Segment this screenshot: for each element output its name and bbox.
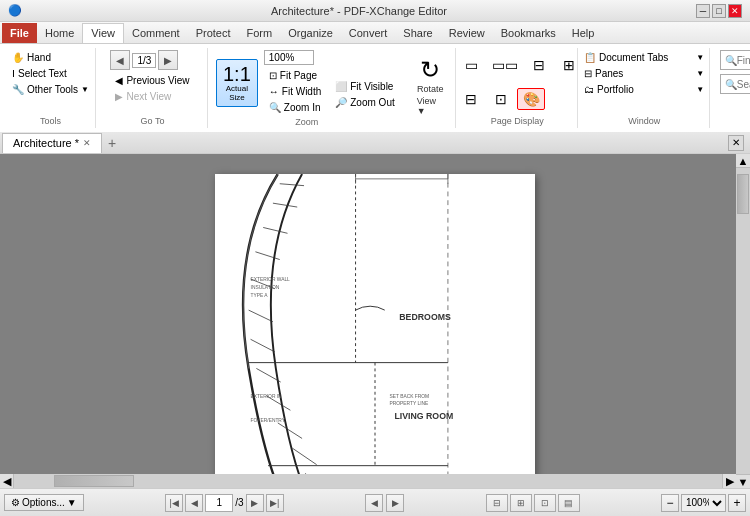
menu-form[interactable]: Form (239, 23, 281, 43)
next-view-button[interactable]: ▶ Next View (110, 89, 176, 104)
vertical-scrollbar[interactable]: ▲ ▼ (736, 154, 750, 488)
thumb-view-button[interactable]: ⊡ (534, 494, 556, 512)
svg-text:SET BACK FROM: SET BACK FROM (390, 394, 430, 399)
h-scroll-thumb[interactable] (54, 475, 134, 487)
menu-share[interactable]: Share (395, 23, 440, 43)
zoom-select[interactable]: 100% 75% 150% (681, 494, 726, 512)
next-page-ribbon-button[interactable]: ▶ (158, 50, 178, 70)
pdf-page: BEDROOMS LIVING ROOM BASEMENT EXTERIOR W… (215, 174, 535, 488)
zoom-group-label: Zoom (295, 117, 318, 127)
tab-architecture[interactable]: Architecture * ✕ (2, 133, 102, 153)
horizontal-scrollbar[interactable]: ◀ ▶ (0, 474, 736, 488)
menu-organize[interactable]: Organize (280, 23, 341, 43)
scroll-left-button[interactable]: ◀ (0, 474, 14, 488)
zoom-value-display[interactable]: 100% (264, 50, 314, 65)
zoom-controls: − 100% 75% 150% + (661, 494, 746, 512)
close-doc-button[interactable]: ✕ (728, 135, 744, 151)
next-page-button[interactable]: ▶ (246, 494, 264, 512)
menu-help[interactable]: Help (564, 23, 603, 43)
scroll-down-button[interactable]: ▼ (736, 474, 750, 488)
menu-bookmarks[interactable]: Bookmarks (493, 23, 564, 43)
chevron-down-icon: ▼ (81, 85, 89, 94)
menu-protect[interactable]: Protect (188, 23, 239, 43)
split-view-button[interactable]: ⊡ (487, 88, 515, 110)
menu-review[interactable]: Review (441, 23, 493, 43)
fit-visible-icon: ⬜ (335, 81, 347, 92)
two-page-button[interactable]: ▭▭ (487, 54, 523, 76)
panes-button[interactable]: ⊟ Panes ▼ (579, 66, 709, 81)
rotate-view-button[interactable]: ↻ Rotate View ▼ (410, 55, 451, 119)
app-icon: 🔵 (8, 4, 22, 17)
find-input[interactable] (737, 55, 750, 66)
menu-convert[interactable]: Convert (341, 23, 396, 43)
menu-bar: File Home View Comment Protect Form Orga… (0, 22, 750, 44)
prev-view-button[interactable]: ◀ Previous View (110, 73, 194, 88)
minimize-button[interactable]: ─ (696, 4, 710, 18)
menu-comment[interactable]: Comment (124, 23, 188, 43)
fit-page-button[interactable]: ⊡ Fit Page (264, 68, 326, 83)
chevron-down-icon2: ▼ (696, 69, 704, 78)
scroll-button[interactable]: ⊟ (525, 54, 553, 76)
restore-button[interactable]: □ (712, 4, 726, 18)
options-button[interactable]: ⚙ Options... ▼ (4, 494, 84, 511)
document-tabs-button[interactable]: 📋 Document Tabs ▼ (579, 50, 709, 65)
nav-prev-view-button[interactable]: ◀ (365, 494, 383, 512)
grid-view-button[interactable]: ⊟ (457, 88, 485, 110)
menu-file[interactable]: File (2, 23, 37, 43)
zoom-out-icon: 🔎 (335, 97, 347, 108)
nav-next-view-button[interactable]: ▶ (386, 494, 404, 512)
menu-view[interactable]: View (82, 23, 124, 43)
actual-size-button[interactable]: 1:1 Actual Size (216, 59, 258, 107)
ribbon-content: ✋ Hand Ⅰ Select Text 🔧 Other Tools ▼ Too… (0, 44, 750, 132)
scroll-thumb[interactable] (737, 174, 749, 214)
first-page-button[interactable]: |◀ (165, 494, 183, 512)
h-scroll-track[interactable] (14, 475, 722, 487)
tools-group-label: Tools (40, 116, 61, 126)
hand-tool-button[interactable]: ✋ Hand (7, 50, 56, 65)
zoom-out-button[interactable]: 🔎 Zoom Out (330, 95, 399, 110)
close-button[interactable]: ✕ (728, 4, 742, 18)
prev-page-ribbon-button[interactable]: ◀ (110, 50, 130, 70)
select-text-button[interactable]: Ⅰ Select Text (7, 66, 72, 81)
view-controls: ◀ ▶ (365, 494, 404, 512)
scroll-view-button[interactable]: ▤ (558, 494, 580, 512)
fit-width-button[interactable]: ↔ Fit Width (264, 84, 326, 99)
page-separator: /3 (235, 497, 243, 508)
svg-text:BEDROOMS: BEDROOMS (399, 312, 451, 322)
zoom-in-button[interactable]: 🔍 Zoom In (264, 100, 326, 115)
status-bar: ⚙ Options... ▼ |◀ ◀ /3 ▶ ▶| ◀ ▶ ⊟ ⊞ ⊡ ▤ … (0, 488, 750, 516)
tab-close-button[interactable]: ✕ (83, 138, 91, 148)
tab-add-button[interactable]: + (102, 133, 122, 153)
last-page-button[interactable]: ▶| (266, 494, 284, 512)
options-arrow-icon: ▼ (67, 497, 77, 508)
title-bar-controls[interactable]: ─ □ ✕ (696, 4, 742, 18)
page-navigation: |◀ ◀ /3 ▶ ▶| (165, 494, 283, 512)
page-input[interactable] (205, 494, 233, 512)
zoom-out-status-button[interactable]: − (661, 494, 679, 512)
ribbon: ✋ Hand Ⅰ Select Text 🔧 Other Tools ▼ Too… (0, 44, 750, 132)
options-icon: ⚙ (11, 497, 20, 508)
window-icon-group: 🔵 (8, 4, 22, 17)
other-tools-button[interactable]: 🔧 Other Tools ▼ (7, 82, 94, 97)
svg-text:INSULATION: INSULATION (251, 285, 280, 290)
page-number-input[interactable]: 1/3 (132, 53, 156, 68)
menu-home[interactable]: Home (37, 23, 82, 43)
hand-icon: ✋ (12, 52, 24, 63)
cursor-icon: Ⅰ (12, 68, 15, 79)
fit-visible-button[interactable]: ⬜ Fit Visible (330, 79, 399, 94)
page-display-label: Page Display (491, 116, 544, 126)
highlight-btn[interactable]: 🎨 (517, 88, 545, 110)
document-area: BEDROOMS LIVING ROOM BASEMENT EXTERIOR W… (0, 154, 750, 488)
next-view-icon: ▶ (115, 91, 123, 102)
scroll-right-button[interactable]: ▶ (722, 474, 736, 488)
dual-view-button[interactable]: ⊞ (510, 494, 532, 512)
scroll-up-button[interactable]: ▲ (736, 154, 750, 168)
status-left: ⚙ Options... ▼ (4, 494, 84, 511)
search-input[interactable] (737, 79, 750, 90)
ribbon-group-page-display: ▭ ▭▭ ⊟ ⊞ ⊟ ⊡ (458, 48, 578, 128)
portfolio-button[interactable]: 🗂 Portfolio ▼ (579, 82, 709, 97)
single-page-button[interactable]: ▭ (457, 54, 485, 76)
zoom-in-status-button[interactable]: + (728, 494, 746, 512)
prev-page-button[interactable]: ◀ (185, 494, 203, 512)
single-view-button[interactable]: ⊟ (486, 494, 508, 512)
